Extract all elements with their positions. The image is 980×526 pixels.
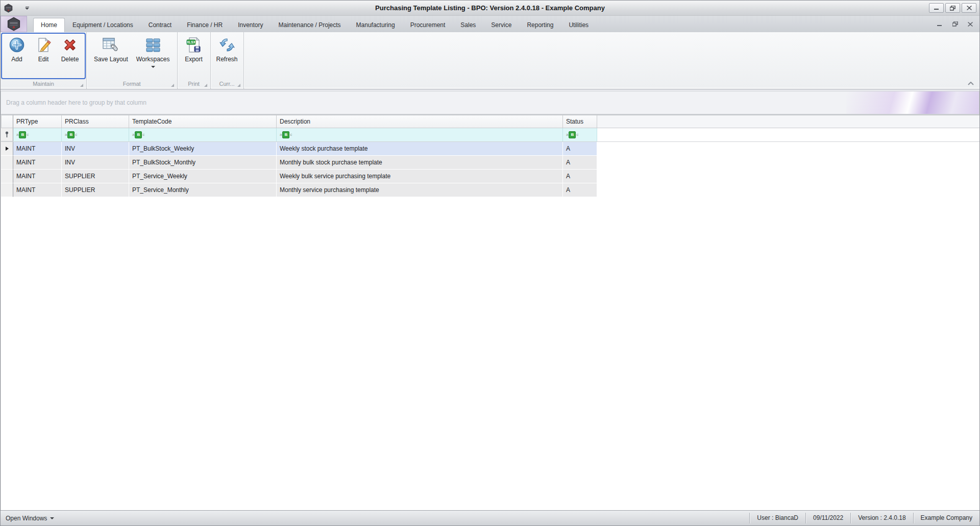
- column-header-description[interactable]: Description: [277, 115, 563, 128]
- tab-home[interactable]: Home: [33, 18, 65, 32]
- workspaces-dropdown-arrow: [151, 66, 155, 68]
- filter-row-pin-icon[interactable]: [1, 128, 13, 141]
- row-indicator[interactable]: [1, 170, 13, 183]
- ribbon-group-label-maintain: Maintain: [2, 79, 85, 89]
- abc-filter-icon: aBc: [132, 131, 144, 138]
- tab-equipment-locations[interactable]: Equipment / Locations: [65, 18, 141, 32]
- ribbon-group-current: Refresh Curr...: [211, 32, 244, 89]
- filter-cell-status[interactable]: aBc: [563, 128, 597, 141]
- cell-status[interactable]: A: [563, 183, 597, 197]
- cell-templatecode[interactable]: PT_Service_Weekly: [129, 170, 277, 183]
- delete-button[interactable]: Delete: [57, 34, 83, 63]
- print-dialog-launcher[interactable]: [204, 84, 207, 87]
- cell-prclass[interactable]: SUPPLIER: [62, 183, 129, 197]
- selected-row-indicator[interactable]: [1, 142, 13, 156]
- export-button-label: Export: [185, 56, 203, 63]
- cell-prclass[interactable]: INV: [62, 156, 129, 170]
- table-row[interactable]: MAINTINVPT_BulkStock_MonthlyMonthly bulk…: [1, 156, 979, 170]
- grid-header-row: PRTypePRClassTemplateCodeDescriptionStat…: [1, 115, 979, 128]
- refresh-button[interactable]: Refresh: [214, 34, 240, 63]
- restore-button[interactable]: [945, 3, 960, 13]
- cell-description[interactable]: Weekly bulk service purchasing template: [277, 170, 563, 183]
- format-dialog-launcher[interactable]: [171, 84, 174, 87]
- filter-cell-templatecode[interactable]: aBc: [129, 128, 277, 141]
- tab-reporting[interactable]: Reporting: [519, 18, 561, 32]
- tab-utilities[interactable]: Utilities: [561, 18, 596, 32]
- tab-manufacturing[interactable]: Manufacturing: [349, 18, 403, 32]
- chevron-down-icon: [50, 517, 54, 519]
- maintain-dialog-launcher[interactable]: [80, 84, 83, 87]
- refresh-button-label: Refresh: [216, 56, 238, 63]
- save-layout-icon: [102, 37, 119, 53]
- title-bar: Purchasing Template Listing - BPO: Versi…: [1, 1, 979, 16]
- ribbon-collapse-chevron-icon[interactable]: [966, 80, 975, 87]
- save-layout-button[interactable]: Save Layout: [90, 34, 132, 63]
- cell-prtype[interactable]: MAINT: [13, 142, 62, 156]
- tab-sales[interactable]: Sales: [453, 18, 483, 32]
- table-row[interactable]: MAINTSUPPLIERPT_Service_WeeklyWeekly bul…: [1, 170, 979, 183]
- row-indicator[interactable]: [1, 183, 13, 197]
- application-button[interactable]: [1, 16, 27, 32]
- window-title: Purchasing Template Listing - BPO: Versi…: [1, 4, 979, 12]
- ribbon-group-label-format: Format: [88, 79, 176, 89]
- app-window: Purchasing Template Listing - BPO: Versi…: [0, 0, 980, 526]
- add-icon: [9, 37, 25, 53]
- column-header-status[interactable]: Status: [563, 115, 597, 128]
- cell-description[interactable]: Monthly bulk stock purchase template: [277, 156, 563, 170]
- column-header-prclass[interactable]: PRClass: [62, 115, 129, 128]
- group-by-panel[interactable]: Drag a column header here to group by th…: [1, 91, 979, 114]
- abc-filter-icon: aBc: [16, 131, 29, 138]
- ribbon-group-label-print: Print: [179, 79, 209, 89]
- cell-prtype[interactable]: MAINT: [13, 156, 62, 170]
- mdi-minimize-button[interactable]: [936, 20, 944, 28]
- header-filler-cell: [597, 115, 979, 128]
- edit-button[interactable]: Edit: [30, 34, 57, 63]
- cell-status[interactable]: A: [563, 156, 597, 170]
- abc-filter-icon: aBc: [566, 131, 578, 138]
- cell-status[interactable]: A: [563, 170, 597, 183]
- tab-inventory[interactable]: Inventory: [230, 18, 271, 32]
- mdi-restore-button[interactable]: [951, 20, 959, 28]
- open-windows-dropdown[interactable]: Open Windows: [1, 515, 59, 522]
- ribbon-group-print: XLSX Export Print: [178, 32, 211, 89]
- minimize-button[interactable]: [929, 3, 944, 13]
- cell-templatecode[interactable]: PT_BulkStock_Monthly: [129, 156, 277, 170]
- status-user: User : BiancaD: [749, 513, 805, 523]
- cell-description[interactable]: Monthly service purchasing template: [277, 183, 563, 197]
- cell-templatecode[interactable]: PT_BulkStock_Weekly: [129, 142, 277, 156]
- cell-status[interactable]: A: [563, 142, 597, 156]
- add-button[interactable]: Add: [4, 34, 30, 63]
- close-button[interactable]: [962, 3, 976, 13]
- app-logo-icon: [4, 4, 13, 13]
- cell-prclass[interactable]: INV: [62, 142, 129, 156]
- row-arrow-icon: [6, 147, 9, 151]
- filter-cell-description[interactable]: aBc: [277, 128, 563, 141]
- filter-cell-prtype[interactable]: aBc: [13, 128, 62, 141]
- row-indicator[interactable]: [1, 156, 13, 170]
- column-header-prtype[interactable]: PRType: [13, 115, 62, 128]
- tab-procurement[interactable]: Procurement: [403, 18, 453, 32]
- table-row[interactable]: MAINTINVPT_BulkStock_WeeklyWeekly stock …: [1, 142, 979, 156]
- cell-templatecode[interactable]: PT_Service_Monthly: [129, 183, 277, 197]
- cell-description[interactable]: Weekly stock purchase template: [277, 142, 563, 156]
- filter-cell-prclass[interactable]: aBc: [62, 128, 129, 141]
- tab-contract[interactable]: Contract: [141, 18, 179, 32]
- table-row[interactable]: MAINTSUPPLIERPT_Service_MonthlyMonthly s…: [1, 183, 979, 197]
- open-windows-label: Open Windows: [6, 515, 47, 522]
- delete-icon: [62, 37, 78, 53]
- tab-service[interactable]: Service: [483, 18, 519, 32]
- column-header-templatecode[interactable]: TemplateCode: [129, 115, 277, 128]
- ribbon-group-maintain: Add Edit: [1, 32, 87, 89]
- export-button[interactable]: XLSX Export: [181, 34, 207, 63]
- tab-maintenance-projects[interactable]: Maintenance / Projects: [271, 18, 349, 32]
- workspaces-button-label: Workspaces: [136, 56, 170, 63]
- quick-access-dropdown[interactable]: [24, 7, 30, 10]
- cell-prtype[interactable]: MAINT: [13, 170, 62, 183]
- cell-prtype[interactable]: MAINT: [13, 183, 62, 197]
- tab-finance-hr[interactable]: Finance / HR: [179, 18, 230, 32]
- add-button-label: Add: [11, 56, 22, 63]
- mdi-close-button[interactable]: [966, 20, 974, 28]
- cell-prclass[interactable]: SUPPLIER: [62, 170, 129, 183]
- current-dialog-launcher[interactable]: [237, 84, 240, 87]
- workspaces-button[interactable]: Workspaces: [132, 34, 174, 68]
